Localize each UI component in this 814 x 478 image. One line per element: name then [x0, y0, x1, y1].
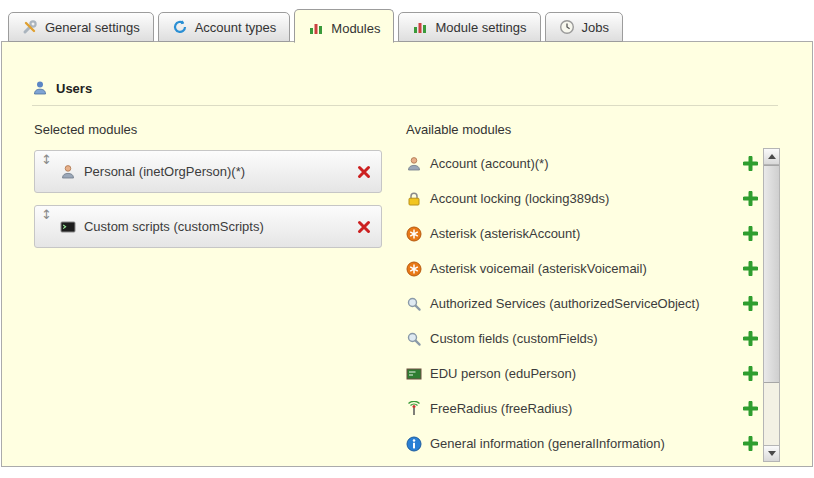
scrollbar-thumb[interactable] [764, 165, 779, 383]
add-module-button[interactable] [743, 191, 758, 206]
plus-icon [743, 299, 758, 314]
add-module-button[interactable] [743, 261, 758, 276]
tab-label: Account types [195, 20, 277, 35]
available-module-row: Custom fields (customFields) [406, 321, 758, 356]
delete-x-icon [357, 222, 371, 237]
user-icon [32, 80, 48, 96]
lock-icon [406, 191, 422, 207]
available-module-row: Asterisk (asteriskAccount) [406, 216, 758, 251]
terminal-icon [60, 219, 76, 235]
drag-handle-icon[interactable]: ↕ [41, 208, 52, 221]
scroll-up-button[interactable] [764, 149, 779, 165]
tab-modules[interactable]: Modules [294, 9, 394, 43]
available-module-row: Asterisk voicemail (asteriskVoicemail) [406, 251, 758, 286]
scroll-down-button[interactable] [764, 445, 779, 461]
available-module-name: General information (generalInformation) [430, 436, 665, 451]
scroll-up-arrow-icon [768, 154, 776, 159]
scrollbar-track[interactable] [764, 165, 779, 445]
available-module-name: Asterisk (asteriskAccount) [430, 226, 580, 241]
available-module-name: EDU person (eduPerson) [430, 366, 576, 381]
plus-icon [743, 439, 758, 454]
add-module-button[interactable] [743, 331, 758, 346]
tab-module-settings[interactable]: Module settings [398, 12, 540, 42]
available-module-name: Authorized Services (authorizedServiceOb… [430, 296, 700, 311]
available-module-row: Account (account)(*) [406, 146, 758, 181]
sync-gear-icon [172, 19, 188, 35]
tab-label: Modules [331, 21, 380, 36]
selected-module-name: Personal (inetOrgPerson)(*) [84, 164, 349, 179]
wrench-icon [22, 19, 38, 35]
content-panel: Users Selected modules Available modules… [1, 41, 813, 467]
add-module-button[interactable] [743, 296, 758, 311]
plus-icon [743, 264, 758, 279]
tab-bar: General settings Account types Modules [8, 5, 806, 42]
chart-blocks-icon [308, 20, 324, 36]
available-modules-scrollbar[interactable] [763, 148, 780, 462]
tab-account-types[interactable]: Account types [158, 12, 291, 42]
available-module-name: Account (account)(*) [430, 156, 549, 171]
magnifier-icon [406, 331, 422, 347]
add-module-button[interactable] [743, 401, 758, 416]
add-module-button[interactable] [743, 436, 758, 451]
available-module-name: Account locking (locking389ds) [430, 191, 609, 206]
selected-module-row: ↕ Custom scripts (customScripts) [34, 205, 382, 248]
users-section-header: Users [32, 80, 778, 106]
chart-blocks-icon [412, 19, 428, 35]
add-module-button[interactable] [743, 156, 758, 171]
antenna-icon [406, 401, 422, 417]
blackboard-icon [406, 366, 422, 382]
selected-modules-label: Selected modules [34, 122, 137, 137]
asterisk-icon [406, 226, 422, 242]
drag-handle-icon[interactable]: ↕ [41, 153, 52, 166]
available-module-name: FreeRadius (freeRadius) [430, 401, 572, 416]
available-modules-list: Account (account)(*) Account l [406, 146, 758, 461]
selected-module-row: ↕ Personal (inetOrgPerson)(*) [34, 150, 382, 193]
section-title: Users [56, 81, 92, 96]
plus-icon [743, 159, 758, 174]
available-module-row: EDU person (eduPerson) [406, 356, 758, 391]
plus-icon [743, 334, 758, 349]
plus-icon [743, 229, 758, 244]
tab-general-settings[interactable]: General settings [8, 12, 154, 42]
available-modules-label: Available modules [406, 122, 511, 137]
modules-config-page: General settings Account types Modules [0, 0, 814, 478]
remove-module-button[interactable] [357, 220, 371, 234]
available-module-row: FreeRadius (freeRadius) [406, 391, 758, 426]
tab-label: Jobs [582, 20, 609, 35]
delete-x-icon [357, 167, 371, 182]
person-icon [406, 156, 422, 172]
tab-label: General settings [45, 20, 140, 35]
available-module-name: Custom fields (customFields) [430, 331, 598, 346]
add-module-button[interactable] [743, 226, 758, 241]
selected-module-name: Custom scripts (customScripts) [84, 219, 349, 234]
remove-module-button[interactable] [357, 165, 371, 179]
available-module-name: Asterisk voicemail (asteriskVoicemail) [430, 261, 647, 276]
plus-icon [743, 369, 758, 384]
magnifier-icon [406, 296, 422, 312]
tab-label: Module settings [435, 20, 526, 35]
tab-jobs[interactable]: Jobs [545, 12, 623, 42]
plus-icon [743, 194, 758, 209]
info-icon [406, 436, 422, 452]
clock-icon [559, 19, 575, 35]
available-module-row: Account locking (locking389ds) [406, 181, 758, 216]
scroll-down-arrow-icon [768, 451, 776, 456]
person-icon [60, 164, 76, 180]
selected-modules-list: ↕ Personal (inetOrgPerson)(*) [34, 150, 382, 260]
available-module-row: Authorized Services (authorizedServiceOb… [406, 286, 758, 321]
asterisk-icon [406, 261, 422, 277]
plus-icon [743, 404, 758, 419]
add-module-button[interactable] [743, 366, 758, 381]
available-module-row: General information (generalInformation) [406, 426, 758, 461]
